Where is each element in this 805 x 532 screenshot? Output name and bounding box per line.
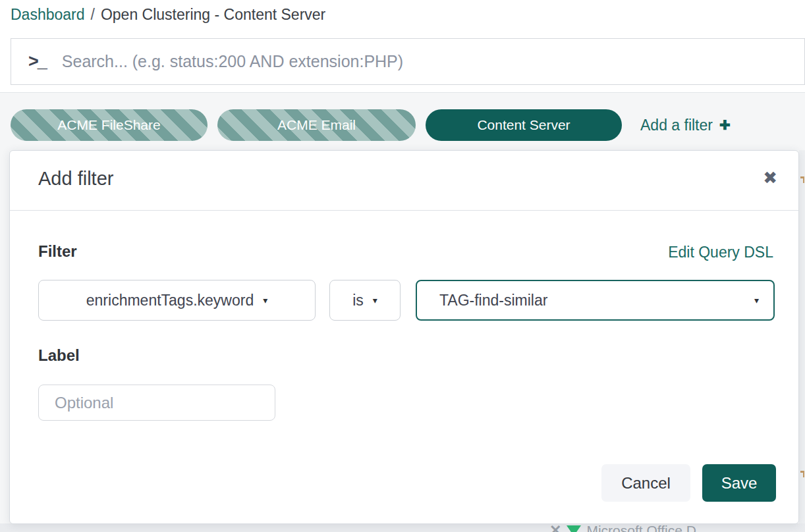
field-select-value: enrichmentTags.keyword	[86, 292, 254, 309]
search-input[interactable]	[62, 52, 804, 71]
add-a-filter-label: Add a filter	[640, 117, 713, 134]
edit-query-dsl-link[interactable]: Edit Query DSL	[668, 244, 773, 261]
search-bar[interactable]: >_	[11, 38, 805, 85]
clipped-background-glyph	[800, 471, 804, 477]
operator-select-value: is	[352, 292, 364, 309]
add-filter-modal: Add filter ✖ Filter Edit Query DSL enric…	[9, 150, 799, 524]
close-icon[interactable]: ✖	[763, 169, 777, 186]
value-select[interactable]: TAG-find-similar ▾	[416, 280, 775, 321]
cancel-button[interactable]: Cancel	[601, 464, 690, 502]
background-file-row-clipped: ✕ Microsoft Office D...	[0, 523, 805, 532]
chevron-down-icon: ▾	[754, 295, 759, 306]
label-input[interactable]	[38, 385, 275, 421]
plus-icon: ✚	[719, 117, 731, 133]
breadcrumb-dashboard-link[interactable]: Dashboard	[11, 6, 85, 23]
value-select-value: TAG-find-similar	[439, 292, 547, 309]
breadcrumb-separator: /	[85, 6, 101, 23]
filter-section-label: Filter	[38, 242, 77, 261]
field-select[interactable]: enrichmentTags.keyword ▾	[38, 280, 316, 321]
modal-header-divider	[10, 210, 798, 211]
chevron-down-icon: ▾	[263, 295, 267, 306]
page: Dashboard/Open Clustering - Content Serv…	[0, 0, 805, 532]
file-x-icon: ✕	[549, 523, 561, 532]
green-triangle-icon	[567, 525, 581, 532]
clipped-background-glyph	[800, 176, 804, 183]
terminal-prompt-icon: >_	[28, 51, 46, 72]
clipped-file-row: ✕ Microsoft Office D...	[549, 523, 708, 532]
page-title: Open Clustering - Content Server	[101, 6, 325, 23]
save-button[interactable]: Save	[702, 464, 776, 502]
clipped-file-name: Microsoft Office D...	[586, 523, 708, 532]
filter-pill-acme-email[interactable]: ACME Email	[217, 109, 416, 141]
add-a-filter-button[interactable]: Add a filter ✚	[640, 109, 731, 141]
filter-pill-acme-fileshare[interactable]: ACME FileShare	[11, 109, 208, 141]
background-sliver	[799, 150, 805, 524]
filter-pill-content-server[interactable]: Content Server	[426, 109, 622, 141]
label-section-label: Label	[38, 346, 80, 365]
operator-select[interactable]: is ▾	[329, 280, 401, 321]
modal-title: Add filter	[38, 168, 113, 190]
chevron-down-icon: ▾	[373, 295, 377, 306]
breadcrumb: Dashboard/Open Clustering - Content Serv…	[11, 6, 325, 24]
